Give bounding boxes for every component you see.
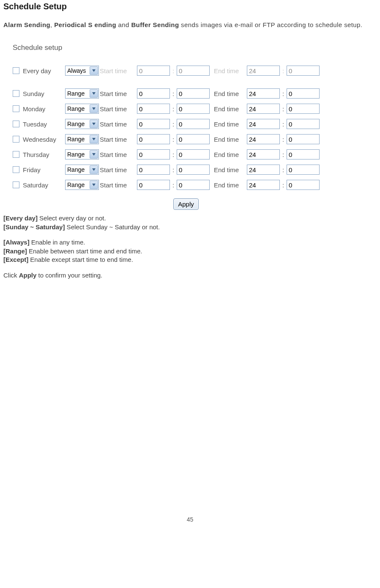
- label-day: Friday: [23, 166, 65, 173]
- end-hour-input[interactable]: 24: [247, 88, 280, 99]
- label-day: Wednesday: [23, 136, 65, 143]
- end-min-input[interactable]: 0: [287, 88, 320, 99]
- mode-select-value: Always: [67, 67, 90, 74]
- start-time-label: Start time: [100, 136, 137, 143]
- intro-bold-1: Alarm Sending: [3, 21, 50, 28]
- intro-bold-2: Periodical S ending: [54, 21, 116, 28]
- time-colon: :: [280, 105, 287, 113]
- end-hour-input[interactable]: 24: [247, 149, 280, 159]
- label-day: Saturday: [23, 181, 65, 189]
- end-min-input[interactable]: 0: [287, 134, 320, 144]
- start-min-input[interactable]: 0: [177, 149, 210, 159]
- end-min-input[interactable]: 0: [287, 149, 320, 159]
- checkbox-day[interactable]: [13, 151, 19, 158]
- mode-select-value: Range: [67, 151, 90, 158]
- start-time-label: Start time: [100, 166, 137, 173]
- end-time-label: End time: [214, 90, 247, 97]
- desc-sunsat-key: [Sunday ~ Saturday]: [3, 223, 65, 231]
- intro-bold-3: Buffer Sending: [131, 21, 179, 28]
- desc-everyday-key: [Every day]: [3, 214, 38, 222]
- mode-select-value: Range: [67, 181, 90, 188]
- mode-select-day[interactable]: Range: [65, 180, 99, 190]
- desc-except-val: Enable except start time to end time.: [28, 256, 133, 263]
- page-number: 45: [3, 516, 377, 523]
- desc-range-val: Enable between start time and end time.: [27, 247, 142, 255]
- mode-select-day[interactable]: Range: [65, 88, 99, 99]
- time-colon: :: [170, 105, 177, 113]
- end-hour-input[interactable]: 24: [247, 104, 280, 114]
- time-colon: :: [280, 166, 287, 173]
- chevron-down-icon: [90, 66, 98, 75]
- start-hour-input[interactable]: 0: [137, 104, 170, 114]
- mode-select-value: Range: [67, 136, 90, 143]
- start-hour-input[interactable]: 0: [137, 149, 170, 159]
- mode-select-day[interactable]: Range: [65, 134, 99, 144]
- row-day: WednesdayRangeStart time0:0End time24:0: [13, 132, 359, 147]
- description-block: [Every day] Select every day or not. [Su…: [3, 214, 377, 279]
- chevron-down-icon: [90, 165, 98, 174]
- start-min-input[interactable]: 0: [177, 134, 210, 144]
- end-min-input-everyday[interactable]: 0: [287, 66, 320, 76]
- chevron-down-icon: [90, 104, 98, 113]
- desc-everyday-val: Select every day or not.: [38, 214, 106, 222]
- time-colon: :: [170, 90, 177, 97]
- start-time-label: Start time: [100, 67, 137, 74]
- checkbox-everyday[interactable]: [13, 67, 19, 74]
- time-colon: :: [280, 136, 287, 143]
- start-min-input[interactable]: 0: [177, 119, 210, 129]
- end-hour-input[interactable]: 24: [247, 165, 280, 175]
- checkbox-day[interactable]: [13, 181, 19, 188]
- mode-select-value: Range: [67, 121, 90, 127]
- checkbox-day[interactable]: [13, 90, 19, 97]
- row-everyday: Every day Always Start time 0 : 0 End ti…: [13, 63, 359, 78]
- checkbox-day[interactable]: [13, 121, 19, 127]
- start-hour-input[interactable]: 0: [137, 165, 170, 175]
- start-min-input[interactable]: 0: [177, 88, 210, 99]
- start-time-label: Start time: [100, 181, 137, 189]
- checkbox-day[interactable]: [13, 136, 19, 143]
- start-hour-input[interactable]: 0: [137, 119, 170, 129]
- start-min-input[interactable]: 0: [177, 180, 210, 190]
- start-hour-input[interactable]: 0: [137, 180, 170, 190]
- desc-click-key: Apply: [19, 272, 37, 279]
- row-day: TuesdayRangeStart time0:0End time24:0: [13, 116, 359, 132]
- desc-range-key: [Range]: [3, 247, 27, 255]
- mode-select-everyday[interactable]: Always: [65, 66, 99, 76]
- start-hour-input[interactable]: 0: [137, 88, 170, 99]
- mode-select-day[interactable]: Range: [65, 104, 99, 114]
- time-colon: :: [280, 151, 287, 158]
- end-min-input[interactable]: 0: [287, 104, 320, 114]
- chevron-down-icon: [90, 150, 98, 159]
- start-hour-input-everyday[interactable]: 0: [137, 66, 170, 76]
- start-min-input-everyday[interactable]: 0: [177, 66, 210, 76]
- end-hour-input[interactable]: 24: [247, 119, 280, 129]
- end-min-input[interactable]: 0: [287, 165, 320, 175]
- mode-select-day[interactable]: Range: [65, 165, 99, 175]
- chevron-down-icon: [90, 89, 98, 98]
- label-day: Sunday: [23, 90, 65, 97]
- time-colon: :: [280, 67, 287, 74]
- time-colon: :: [170, 151, 177, 158]
- intro-paragraph: Alarm Sending, Periodical S ending and B…: [3, 21, 377, 29]
- row-day: MondayRangeStart time0:0End time24:0: [13, 101, 359, 116]
- mode-select-day[interactable]: Range: [65, 119, 99, 129]
- end-hour-input[interactable]: 24: [247, 134, 280, 144]
- checkbox-day[interactable]: [13, 105, 19, 112]
- mode-select-day[interactable]: Range: [65, 149, 99, 159]
- apply-button[interactable]: Apply: [173, 198, 199, 210]
- row-day: ThursdayRangeStart time0:0End time24:0: [13, 147, 359, 162]
- end-min-input[interactable]: 0: [287, 180, 320, 190]
- end-hour-input[interactable]: 24: [247, 180, 280, 190]
- start-time-label: Start time: [100, 151, 137, 158]
- checkbox-day[interactable]: [13, 166, 19, 173]
- start-min-input[interactable]: 0: [177, 165, 210, 175]
- end-hour-input-everyday[interactable]: 24: [247, 66, 280, 76]
- start-hour-input[interactable]: 0: [137, 134, 170, 144]
- end-min-input[interactable]: 0: [287, 119, 320, 129]
- time-colon: :: [170, 67, 177, 74]
- start-min-input[interactable]: 0: [177, 104, 210, 114]
- start-time-label: Start time: [100, 90, 137, 97]
- mode-select-value: Range: [67, 166, 90, 173]
- end-time-label: End time: [214, 166, 247, 173]
- chevron-down-icon: [90, 120, 98, 128]
